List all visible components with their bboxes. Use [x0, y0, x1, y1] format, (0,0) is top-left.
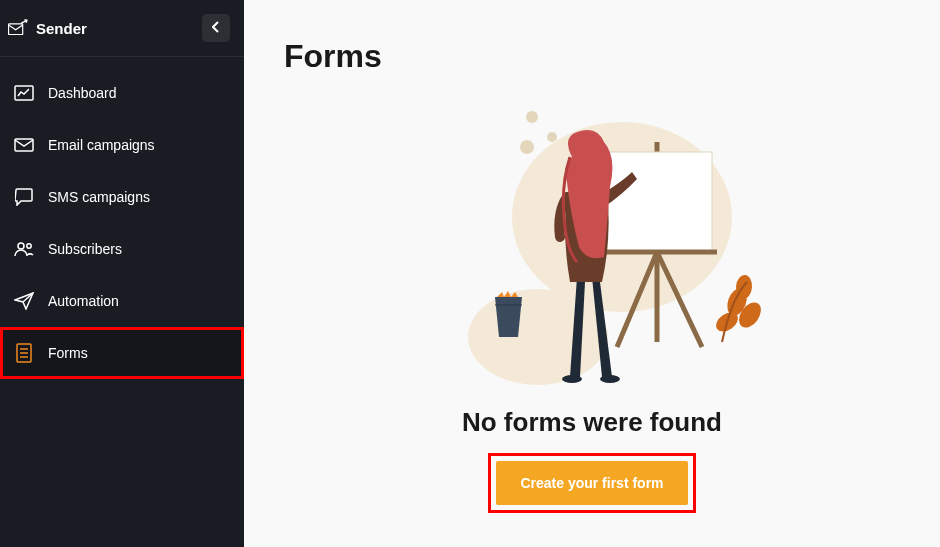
sidebar-header: Sender	[0, 0, 244, 57]
svg-point-10	[468, 289, 608, 385]
brand-name: Sender	[36, 20, 87, 37]
forms-icon	[14, 343, 34, 363]
svg-point-25	[600, 375, 620, 383]
nav-label: Subscribers	[48, 241, 122, 257]
empty-state: No forms were found Create your first fo…	[284, 97, 900, 510]
chevron-left-icon	[212, 21, 220, 36]
empty-illustration	[422, 97, 762, 397]
sidebar-item-subscribers[interactable]: Subscribers	[0, 223, 244, 275]
nav-label: SMS campaigns	[48, 189, 150, 205]
nav-label: Forms	[48, 345, 88, 361]
send-icon	[8, 18, 28, 38]
sidebar-item-email-campaigns[interactable]: Email campaigns	[0, 119, 244, 171]
dashboard-icon	[14, 83, 34, 103]
nav-label: Dashboard	[48, 85, 117, 101]
svg-point-3	[18, 243, 24, 249]
sms-icon	[14, 187, 34, 207]
sidebar-collapse-button[interactable]	[202, 14, 230, 42]
sidebar-item-sms-campaigns[interactable]: SMS campaigns	[0, 171, 244, 223]
sidebar-item-automation[interactable]: Automation	[0, 275, 244, 327]
sidebar-item-forms[interactable]: Forms	[0, 327, 244, 379]
main-content: Forms	[244, 0, 940, 547]
svg-rect-22	[607, 152, 712, 252]
sidebar-item-dashboard[interactable]: Dashboard	[0, 67, 244, 119]
brand-logo[interactable]: Sender	[8, 18, 87, 38]
create-first-form-button[interactable]: Create your first form	[496, 461, 687, 505]
empty-heading: No forms were found	[462, 407, 722, 438]
svg-rect-2	[15, 139, 33, 151]
page-title: Forms	[284, 38, 900, 75]
sidebar: Sender Dashboard	[0, 0, 244, 547]
subscribers-icon	[14, 239, 34, 259]
sidebar-nav: Dashboard Email campaigns SMS campaigns	[0, 57, 244, 379]
nav-label: Automation	[48, 293, 119, 309]
svg-point-12	[547, 132, 557, 142]
automation-icon	[14, 291, 34, 311]
svg-point-24	[562, 375, 582, 383]
email-icon	[14, 135, 34, 155]
svg-point-13	[520, 140, 534, 154]
nav-label: Email campaigns	[48, 137, 155, 153]
svg-point-4	[27, 244, 31, 248]
svg-point-11	[526, 111, 538, 123]
cta-highlight: Create your first form	[491, 456, 692, 510]
